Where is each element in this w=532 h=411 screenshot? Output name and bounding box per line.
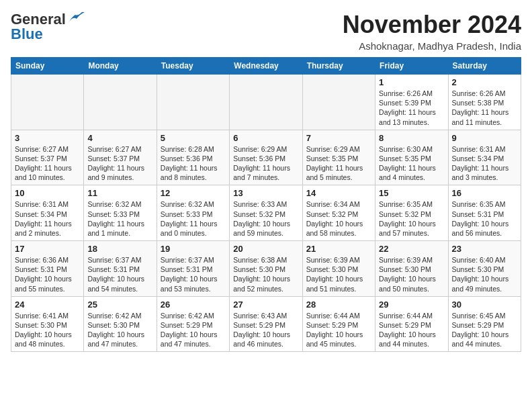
calendar-cell: 21Sunrise: 6:39 AM Sunset: 5:30 PM Dayli… xyxy=(302,241,375,297)
calendar-week-2: 3Sunrise: 6:27 AM Sunset: 5:37 PM Daylig… xyxy=(11,130,521,185)
calendar-cell: 7Sunrise: 6:29 AM Sunset: 5:35 PM Daylig… xyxy=(302,130,375,185)
calendar-cell: 9Sunrise: 6:31 AM Sunset: 5:34 PM Daylig… xyxy=(448,130,521,185)
calendar-cell: 15Sunrise: 6:35 AM Sunset: 5:32 PM Dayli… xyxy=(375,185,448,241)
day-info: Sunrise: 6:44 AM Sunset: 5:29 PM Dayligh… xyxy=(379,311,444,349)
calendar-cell: 12Sunrise: 6:32 AM Sunset: 5:33 PM Dayli… xyxy=(157,185,229,241)
day-number: 8 xyxy=(379,133,444,143)
page-header: General Blue November 2024 Ashoknagar, M… xyxy=(11,11,521,52)
day-number: 29 xyxy=(379,300,444,310)
calendar-cell: 19Sunrise: 6:37 AM Sunset: 5:31 PM Dayli… xyxy=(157,241,229,297)
logo: General Blue xyxy=(11,11,86,43)
day-number: 9 xyxy=(452,133,517,143)
day-info: Sunrise: 6:32 AM Sunset: 5:33 PM Dayligh… xyxy=(161,199,226,238)
day-info: Sunrise: 6:43 AM Sunset: 5:29 PM Dayligh… xyxy=(233,311,298,349)
day-info: Sunrise: 6:41 AM Sunset: 5:30 PM Dayligh… xyxy=(15,311,80,349)
calendar-header-row: SundayMondayTuesdayWednesdayThursdayFrid… xyxy=(11,58,521,75)
calendar-cell: 27Sunrise: 6:43 AM Sunset: 5:29 PM Dayli… xyxy=(230,296,302,352)
day-number: 19 xyxy=(161,244,226,254)
day-number: 27 xyxy=(233,300,298,310)
calendar-cell: 11Sunrise: 6:32 AM Sunset: 5:33 PM Dayli… xyxy=(84,185,157,241)
day-info: Sunrise: 6:42 AM Sunset: 5:29 PM Dayligh… xyxy=(161,311,226,349)
calendar-cell: 4Sunrise: 6:27 AM Sunset: 5:37 PM Daylig… xyxy=(84,130,157,185)
day-number: 6 xyxy=(233,133,298,143)
day-number: 7 xyxy=(306,133,371,143)
calendar-cell xyxy=(230,75,302,130)
calendar-cell: 6Sunrise: 6:29 AM Sunset: 5:36 PM Daylig… xyxy=(230,130,302,185)
day-number: 16 xyxy=(452,188,517,198)
calendar-cell: 14Sunrise: 6:34 AM Sunset: 5:32 PM Dayli… xyxy=(302,185,375,241)
calendar-table: SundayMondayTuesdayWednesdayThursdayFrid… xyxy=(11,57,521,352)
day-info: Sunrise: 6:29 AM Sunset: 5:35 PM Dayligh… xyxy=(306,144,371,183)
day-info: Sunrise: 6:35 AM Sunset: 5:32 PM Dayligh… xyxy=(379,199,444,238)
calendar-header-thursday: Thursday xyxy=(302,58,375,75)
day-number: 13 xyxy=(233,188,298,198)
calendar-cell: 2Sunrise: 6:26 AM Sunset: 5:38 PM Daylig… xyxy=(448,75,521,130)
calendar-header-friday: Friday xyxy=(375,58,448,75)
day-number: 25 xyxy=(87,300,152,310)
day-number: 26 xyxy=(161,300,226,310)
day-info: Sunrise: 6:39 AM Sunset: 5:30 PM Dayligh… xyxy=(379,255,444,293)
day-number: 21 xyxy=(306,244,371,254)
calendar-cell: 22Sunrise: 6:39 AM Sunset: 5:30 PM Dayli… xyxy=(375,241,448,297)
day-number: 23 xyxy=(452,244,517,254)
day-info: Sunrise: 6:29 AM Sunset: 5:36 PM Dayligh… xyxy=(233,144,298,183)
calendar-header-tuesday: Tuesday xyxy=(157,58,229,75)
calendar-cell: 16Sunrise: 6:35 AM Sunset: 5:31 PM Dayli… xyxy=(448,185,521,241)
location-subtitle: Ashoknagar, Madhya Pradesh, India xyxy=(343,40,521,52)
calendar-week-4: 17Sunrise: 6:36 AM Sunset: 5:31 PM Dayli… xyxy=(11,241,521,297)
day-info: Sunrise: 6:38 AM Sunset: 5:30 PM Dayligh… xyxy=(233,255,298,293)
calendar-week-5: 24Sunrise: 6:41 AM Sunset: 5:30 PM Dayli… xyxy=(11,296,521,352)
day-number: 12 xyxy=(161,188,226,198)
day-number: 1 xyxy=(379,77,444,87)
calendar-cell: 3Sunrise: 6:27 AM Sunset: 5:37 PM Daylig… xyxy=(11,130,84,185)
day-info: Sunrise: 6:37 AM Sunset: 5:31 PM Dayligh… xyxy=(161,255,226,293)
calendar-cell: 18Sunrise: 6:37 AM Sunset: 5:31 PM Dayli… xyxy=(84,241,157,297)
logo-bird-icon xyxy=(67,11,86,26)
day-info: Sunrise: 6:31 AM Sunset: 5:34 PM Dayligh… xyxy=(15,199,80,238)
day-info: Sunrise: 6:44 AM Sunset: 5:29 PM Dayligh… xyxy=(306,311,371,349)
day-number: 4 xyxy=(87,133,152,143)
calendar-cell: 1Sunrise: 6:26 AM Sunset: 5:39 PM Daylig… xyxy=(375,75,448,130)
calendar-cell: 23Sunrise: 6:40 AM Sunset: 5:30 PM Dayli… xyxy=(448,241,521,297)
calendar-header-wednesday: Wednesday xyxy=(230,58,302,75)
day-info: Sunrise: 6:27 AM Sunset: 5:37 PM Dayligh… xyxy=(87,144,152,183)
day-info: Sunrise: 6:28 AM Sunset: 5:36 PM Dayligh… xyxy=(161,144,226,183)
calendar-cell: 29Sunrise: 6:44 AM Sunset: 5:29 PM Dayli… xyxy=(375,296,448,352)
calendar-cell: 20Sunrise: 6:38 AM Sunset: 5:30 PM Dayli… xyxy=(230,241,302,297)
calendar-cell xyxy=(84,75,157,130)
day-info: Sunrise: 6:36 AM Sunset: 5:31 PM Dayligh… xyxy=(15,255,80,293)
day-number: 30 xyxy=(452,300,517,310)
day-info: Sunrise: 6:37 AM Sunset: 5:31 PM Dayligh… xyxy=(87,255,152,293)
day-info: Sunrise: 6:45 AM Sunset: 5:29 PM Dayligh… xyxy=(452,311,517,349)
calendar-cell xyxy=(11,75,84,130)
calendar-cell: 17Sunrise: 6:36 AM Sunset: 5:31 PM Dayli… xyxy=(11,241,84,297)
calendar-week-3: 10Sunrise: 6:31 AM Sunset: 5:34 PM Dayli… xyxy=(11,185,521,241)
day-number: 5 xyxy=(161,133,226,143)
day-number: 14 xyxy=(306,188,371,198)
calendar-cell: 25Sunrise: 6:42 AM Sunset: 5:30 PM Dayli… xyxy=(84,296,157,352)
calendar-week-1: 1Sunrise: 6:26 AM Sunset: 5:39 PM Daylig… xyxy=(11,75,521,130)
day-info: Sunrise: 6:27 AM Sunset: 5:37 PM Dayligh… xyxy=(15,144,80,183)
day-number: 10 xyxy=(15,188,80,198)
day-info: Sunrise: 6:32 AM Sunset: 5:33 PM Dayligh… xyxy=(87,199,152,238)
day-info: Sunrise: 6:35 AM Sunset: 5:31 PM Dayligh… xyxy=(452,199,517,238)
day-info: Sunrise: 6:39 AM Sunset: 5:30 PM Dayligh… xyxy=(306,255,371,293)
calendar-cell: 10Sunrise: 6:31 AM Sunset: 5:34 PM Dayli… xyxy=(11,185,84,241)
calendar-cell: 28Sunrise: 6:44 AM Sunset: 5:29 PM Dayli… xyxy=(302,296,375,352)
calendar-header-sunday: Sunday xyxy=(11,58,84,75)
day-info: Sunrise: 6:42 AM Sunset: 5:30 PM Dayligh… xyxy=(87,311,152,349)
day-info: Sunrise: 6:31 AM Sunset: 5:34 PM Dayligh… xyxy=(452,144,517,183)
calendar-cell: 24Sunrise: 6:41 AM Sunset: 5:30 PM Dayli… xyxy=(11,296,84,352)
day-number: 2 xyxy=(452,77,517,87)
calendar-cell: 5Sunrise: 6:28 AM Sunset: 5:36 PM Daylig… xyxy=(157,130,229,185)
day-number: 28 xyxy=(306,300,371,310)
calendar-cell: 30Sunrise: 6:45 AM Sunset: 5:29 PM Dayli… xyxy=(448,296,521,352)
day-number: 17 xyxy=(15,244,80,254)
day-info: Sunrise: 6:26 AM Sunset: 5:38 PM Dayligh… xyxy=(452,89,517,127)
day-info: Sunrise: 6:26 AM Sunset: 5:39 PM Dayligh… xyxy=(379,89,444,127)
day-number: 11 xyxy=(87,188,152,198)
logo-blue: Blue xyxy=(11,26,43,43)
calendar-cell xyxy=(157,75,229,130)
calendar-header-saturday: Saturday xyxy=(448,58,521,75)
day-info: Sunrise: 6:40 AM Sunset: 5:30 PM Dayligh… xyxy=(452,255,517,293)
